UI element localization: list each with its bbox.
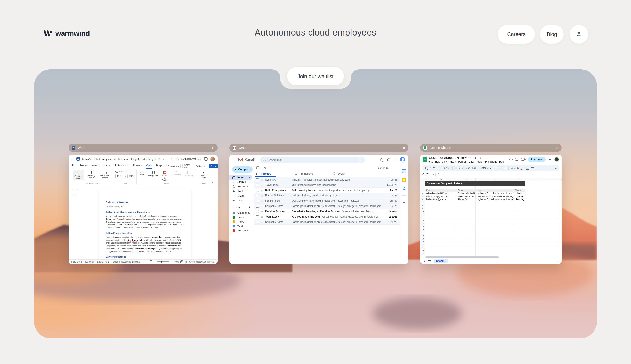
cell[interactable] [514, 234, 525, 237]
cell[interactable] [536, 186, 547, 189]
print-icon[interactable] [437, 167, 440, 169]
cell[interactable] [425, 216, 457, 219]
header-cell-status[interactable]: Status [514, 189, 525, 192]
cell[interactable] [525, 243, 536, 246]
cell[interactable] [514, 204, 525, 207]
ruler-button[interactable]: Ruler [139, 170, 145, 176]
email-checkbox[interactable] [256, 200, 259, 202]
cell[interactable] [425, 201, 457, 204]
zoom-out-button[interactable]: − [154, 261, 155, 263]
email-checkbox[interactable] [256, 205, 259, 208]
settings-icon[interactable] [387, 158, 390, 162]
cell[interactable] [525, 213, 536, 216]
cell[interactable] [525, 240, 536, 243]
cell[interactable] [457, 249, 476, 252]
row-number[interactable]: 23 [420, 249, 425, 252]
cell[interactable] [476, 219, 514, 222]
sheets-menu-view[interactable]: View [442, 160, 447, 163]
row-number[interactable]: 15 [420, 225, 425, 228]
gmail-nav-snoozed[interactable]: Snoozed [229, 184, 252, 189]
email-checkbox[interactable] [256, 189, 259, 192]
tab-primary[interactable]: Primary [254, 170, 292, 177]
percent-format-button[interactable]: % [458, 166, 460, 170]
word-menu-view[interactable]: View [146, 164, 152, 169]
cell[interactable] [425, 225, 457, 228]
cell[interactable] [536, 195, 547, 198]
decrease-decimal-button[interactable]: .0 [462, 166, 464, 170]
cell[interactable] [425, 243, 457, 246]
borders-icon[interactable] [526, 166, 529, 170]
cell[interactable] [514, 210, 525, 213]
sheets-logo-icon[interactable] [423, 157, 427, 162]
sheets-menu-data[interactable]: Data [468, 160, 474, 163]
immersive-reader-button[interactable]: Immersive Reader [98, 170, 111, 180]
cell[interactable] [476, 186, 514, 189]
row-number[interactable]: 25 [420, 255, 425, 256]
row-number[interactable]: 20 [420, 240, 425, 243]
cell[interactable] [514, 252, 525, 255]
collapse-toolbar-icon[interactable] [555, 167, 557, 170]
cell[interactable] [525, 186, 536, 189]
row-number[interactable]: 4 [420, 192, 425, 195]
cell[interactable] [514, 231, 525, 234]
status-language[interactable]: English (U.S.) [97, 261, 110, 263]
cell[interactable] [536, 240, 547, 243]
cell[interactable] [525, 210, 536, 213]
email-checkbox[interactable] [256, 178, 259, 181]
sheets-menu-file[interactable]: File [429, 160, 433, 163]
column-header-F[interactable]: F [536, 178, 547, 180]
get-addons-icon[interactable]: + [403, 200, 405, 204]
column-header-D[interactable]: D [514, 178, 525, 180]
cell[interactable] [514, 243, 525, 246]
word-doc-title[interactable]: Today's market analysis revealed several… [82, 158, 156, 161]
cell[interactable] [476, 204, 514, 207]
cell[interactable] [476, 231, 514, 234]
cell[interactable]: florian.bock@gmx.de [425, 198, 457, 201]
cell[interactable] [476, 240, 514, 243]
cell[interactable] [514, 186, 525, 189]
row-number[interactable]: 11 [420, 213, 425, 216]
font-size-input[interactable]: 10 [499, 166, 503, 170]
status-cell[interactable]: Pending [514, 198, 525, 201]
newer-page-icon[interactable]: ‹ [391, 166, 393, 170]
apps-grid-icon[interactable] [394, 158, 397, 162]
cell[interactable] [457, 219, 476, 222]
bold-button[interactable]: B [511, 166, 512, 170]
fit-label[interactable]: Fit [185, 261, 187, 263]
refresh-icon[interactable] [264, 166, 266, 170]
cell[interactable] [457, 216, 476, 219]
gmail-label-team[interactable]: Team [229, 215, 254, 220]
email-row[interactable]: Company NameLorem ipsum dolor sit amet c… [254, 220, 400, 225]
cell[interactable] [536, 216, 547, 219]
cell[interactable] [525, 246, 536, 249]
zoom-select[interactable]: 90% [115, 174, 128, 178]
column-header-C[interactable]: C [476, 178, 514, 180]
row-number[interactable]: 7 [420, 201, 425, 204]
status-page[interactable]: Page 1 of 2 [71, 261, 82, 263]
star-icon[interactable] [261, 205, 263, 208]
more-formats-button[interactable]: 123 [471, 166, 476, 170]
gmail-nav-sent[interactable]: Sent [229, 189, 252, 194]
cell[interactable] [536, 181, 547, 186]
cell[interactable] [536, 222, 547, 225]
cell[interactable] [525, 189, 536, 192]
help-icon[interactable] [381, 158, 384, 162]
cell[interactable] [536, 192, 547, 195]
sheets-menu-edit[interactable]: Edit [435, 160, 440, 163]
cell[interactable] [525, 234, 536, 237]
cell[interactable] [425, 213, 457, 216]
email-row[interactable]: Travel TalesOur latest Adventures and De… [254, 182, 400, 188]
redo-icon[interactable]: ↷ [433, 166, 435, 170]
email-checkbox[interactable] [256, 221, 259, 224]
star-icon[interactable] [261, 200, 263, 202]
row-number[interactable]: 22 [420, 246, 425, 249]
cell[interactable]: Login wasn't possible because the user's… [476, 198, 514, 201]
cell[interactable] [536, 231, 547, 234]
cell[interactable] [514, 216, 525, 219]
cell[interactable] [536, 243, 547, 246]
increase-decimal-button[interactable]: .00 [466, 166, 470, 170]
cell[interactable] [457, 228, 476, 231]
cell[interactable] [457, 234, 476, 237]
cell[interactable] [525, 237, 536, 240]
grid-corner[interactable] [420, 178, 425, 180]
